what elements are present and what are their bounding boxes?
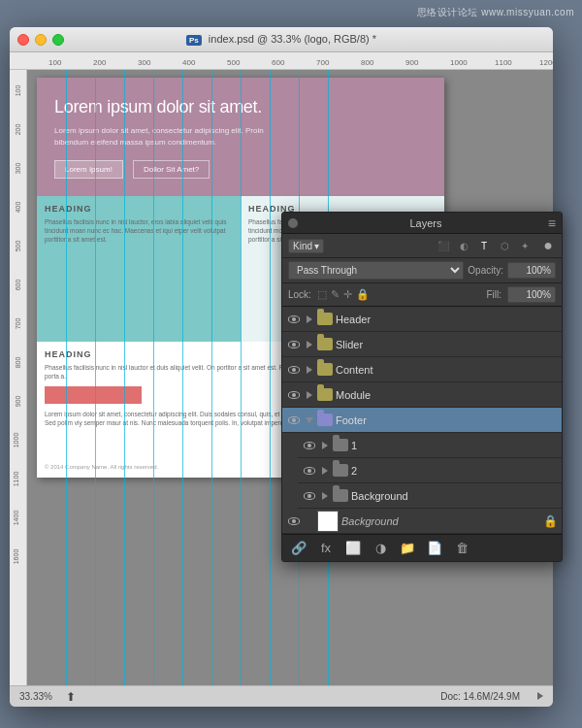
layer-name-2: 2 bbox=[351, 465, 558, 477]
opacity-value[interactable]: 100% bbox=[507, 262, 556, 279]
smart-filter-icon[interactable]: ✦ bbox=[517, 238, 533, 253]
col1-text: Phasellus facilisis nunc in nisl lauctor… bbox=[45, 217, 233, 244]
hero-buttons: Lorem Ipsum! Dollor Sit Amet? bbox=[54, 160, 427, 179]
panel-title: Layers bbox=[304, 217, 548, 229]
folder-icon-content bbox=[317, 363, 333, 376]
arrow-right-icon bbox=[307, 315, 312, 323]
eye-icon-header bbox=[288, 315, 300, 323]
watermark: 思络设计论坛 www.missyuan.com bbox=[417, 6, 574, 19]
layer-item-header[interactable]: Header bbox=[282, 307, 562, 332]
layer-vis-2[interactable] bbox=[302, 463, 317, 479]
eye-icon-content bbox=[288, 366, 300, 374]
filter-kind-label: Kind bbox=[293, 241, 312, 251]
filter-toggle-icon[interactable]: ● bbox=[540, 238, 556, 253]
layer-vis-slider[interactable] bbox=[286, 337, 302, 352]
delete-layer-button[interactable]: 🗑 bbox=[451, 539, 472, 558]
layer-arrow-2[interactable] bbox=[320, 466, 330, 476]
layer-item-2[interactable]: 2 bbox=[298, 458, 562, 483]
layer-arrow-header[interactable] bbox=[305, 314, 314, 324]
layer-item-footer[interactable]: Footer bbox=[282, 408, 562, 433]
layer-name-footer: Footer bbox=[336, 414, 558, 426]
layer-list: Header Slider Content Module bbox=[282, 307, 562, 534]
layers-panel: Layers ≡ Kind ▾ ⬛ ◐ T ⬡ ✦ ● Pass Through… bbox=[281, 212, 563, 562]
layer-vis-module[interactable] bbox=[286, 387, 302, 403]
layer-lock-icon-background: 🔒 bbox=[543, 514, 558, 528]
folder-icon-header bbox=[317, 313, 333, 325]
mask-button[interactable]: ⬜ bbox=[342, 539, 364, 558]
adjustment-filter-icon[interactable]: ◐ bbox=[456, 238, 471, 253]
layer-arrow-content[interactable] bbox=[305, 365, 314, 375]
layer-arrow-footer[interactable] bbox=[305, 415, 314, 425]
folder-icon-1 bbox=[333, 439, 348, 451]
arrow-right-icon-module bbox=[307, 391, 312, 399]
window-title: Ps index.psd @ 33.3% (logo, RGB/8) * bbox=[186, 33, 376, 46]
ps-icon: Ps bbox=[186, 35, 202, 46]
folder-icon-footer bbox=[317, 414, 333, 426]
red-bar bbox=[45, 386, 142, 404]
layer-vis-footer[interactable] bbox=[286, 413, 302, 428]
filter-kind-arrow: ▾ bbox=[314, 241, 319, 251]
filter-icons: ⬛ ◐ T ⬡ ✦ bbox=[436, 238, 533, 253]
hero-btn2[interactable]: Dollor Sit Amet? bbox=[133, 160, 210, 179]
traffic-lights bbox=[17, 34, 64, 46]
filter-bar: Kind ▾ ⬛ ◐ T ⬡ ✦ ● bbox=[282, 234, 562, 258]
new-layer-button[interactable]: 📄 bbox=[424, 539, 445, 558]
lock-position-icon[interactable]: ✎ bbox=[331, 288, 340, 301]
panel-bottom-toolbar: 🔗 fx ⬜ ◑ 📁 📄 🗑 bbox=[282, 534, 562, 561]
lock-icons: ⬚ ✎ ✛ 🔒 bbox=[317, 288, 370, 301]
layer-vis-header[interactable] bbox=[286, 312, 302, 327]
arrow-right-icon-background-sub bbox=[322, 492, 328, 500]
pixel-filter-icon[interactable]: ⬛ bbox=[436, 238, 451, 253]
maximize-button[interactable] bbox=[52, 34, 64, 46]
shape-filter-icon[interactable]: ⬡ bbox=[497, 238, 512, 253]
lock-pixel-icon[interactable]: ⬚ bbox=[317, 288, 327, 301]
hero-section: Lorem ipsum dolor sit amet. Lorem ipsum … bbox=[37, 78, 444, 196]
fx-button[interactable]: fx bbox=[315, 539, 337, 558]
layer-arrow-module[interactable] bbox=[305, 390, 314, 400]
hero-btn1[interactable]: Lorem Ipsum! bbox=[54, 160, 123, 179]
blend-mode-select[interactable]: Pass Through bbox=[288, 261, 464, 280]
layer-vis-background[interactable] bbox=[286, 513, 302, 529]
minimize-button[interactable] bbox=[35, 34, 47, 46]
folder-icon-slider bbox=[317, 338, 333, 350]
layer-item-module[interactable]: Module bbox=[282, 382, 562, 408]
type-filter-icon[interactable]: T bbox=[476, 238, 492, 253]
eye-icon-background-sub bbox=[304, 492, 315, 500]
link-styles-button[interactable]: 🔗 bbox=[288, 539, 309, 558]
eye-icon-module bbox=[288, 391, 300, 399]
layer-name-module: Module bbox=[336, 389, 558, 401]
arrow-right-icon-1 bbox=[322, 442, 328, 449]
layer-item-content[interactable]: Content bbox=[282, 357, 562, 382]
new-folder-button[interactable]: 📁 bbox=[397, 539, 418, 558]
layer-item-slider[interactable]: Slider bbox=[282, 332, 562, 357]
layer-arrow-1[interactable] bbox=[320, 441, 330, 450]
layer-item-background[interactable]: Background 🔒 bbox=[282, 509, 562, 534]
arrow-right-icon-2 bbox=[322, 467, 328, 475]
layer-vis-background-sub[interactable] bbox=[302, 488, 317, 504]
layer-vis-1[interactable] bbox=[302, 438, 317, 453]
eye-icon-slider bbox=[288, 341, 300, 348]
layer-item-background-sub[interactable]: Background bbox=[298, 483, 562, 509]
eye-icon-background bbox=[288, 517, 300, 525]
blend-bar: Pass Through Opacity: 100% bbox=[282, 258, 562, 283]
lock-all-icon[interactable]: 🔒 bbox=[356, 288, 370, 301]
fill-value[interactable]: 100% bbox=[507, 286, 556, 303]
layer-arrow-background-sub[interactable] bbox=[320, 491, 330, 501]
panel-close-button[interactable] bbox=[288, 218, 298, 228]
layer-arrow-slider[interactable] bbox=[305, 340, 314, 349]
arrow-right-icon-slider bbox=[307, 341, 312, 348]
panel-menu-button[interactable]: ≡ bbox=[548, 215, 556, 231]
close-button[interactable] bbox=[17, 34, 29, 46]
arrow-down-icon-footer bbox=[306, 417, 313, 423]
lock-move-icon[interactable]: ✛ bbox=[343, 288, 352, 301]
ruler-top: 100 200 300 400 500 600 700 800 900 1000… bbox=[10, 52, 553, 70]
layer-item-1[interactable]: 1 bbox=[298, 433, 562, 458]
hero-subtitle: Lorem ipsum dolor sit amet, consectetur … bbox=[54, 125, 268, 149]
layer-vis-content[interactable] bbox=[286, 362, 302, 378]
ruler-left: 100 200 300 400 500 600 700 800 900 1000… bbox=[10, 70, 27, 685]
title-bar: Ps index.psd @ 33.3% (logo, RGB/8) * bbox=[10, 27, 553, 52]
adjustment-button[interactable]: ◑ bbox=[370, 539, 391, 558]
layer-name-background: Background bbox=[341, 515, 540, 527]
opacity-label: Opacity: bbox=[468, 265, 503, 276]
filter-kind-select[interactable]: Kind ▾ bbox=[288, 239, 324, 253]
